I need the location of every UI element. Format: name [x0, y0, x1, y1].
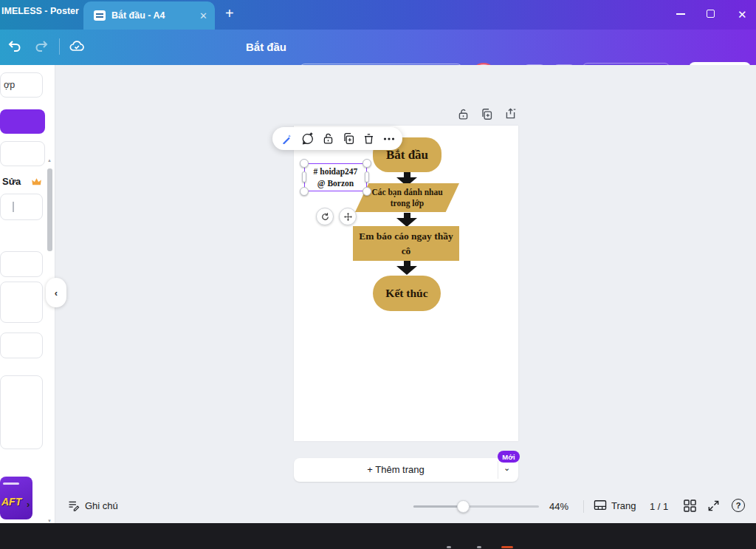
workspace: Bắt đầu Các bạn đánh nhau trong lớp Em b…	[55, 65, 756, 523]
windows-taskbar: Search	[0, 523, 756, 549]
zoom-slider-knob[interactable]	[457, 500, 470, 513]
panel-card[interactable]	[0, 251, 43, 277]
panel-card[interactable]	[0, 375, 43, 449]
header-start-link[interactable]: Bắt đầu	[246, 41, 286, 53]
zoom-value: 44%	[549, 501, 568, 512]
window-close-button[interactable]: ✕	[738, 8, 747, 21]
help-button[interactable]: ?	[732, 499, 745, 512]
tab-active-title: Bắt đầu - A4	[111, 10, 165, 21]
selection-handle-nw[interactable]	[300, 159, 309, 168]
panel-card[interactable]	[0, 282, 43, 323]
active-indicator	[501, 546, 513, 548]
undo-icon[interactable]	[6, 37, 24, 55]
duplicate-icon[interactable]	[343, 132, 355, 145]
panel-card[interactable]	[0, 141, 45, 166]
running-indicator	[447, 546, 451, 548]
pages-view-button[interactable]: Trang	[594, 499, 636, 511]
grid-view-icon[interactable]	[684, 499, 696, 512]
screen: IMELESS - Poster ✕ Bắt đầu - A4 ✕ + ✕ Bắ…	[0, 0, 756, 549]
selected-textbox[interactable]: # hoidap247 @ Borzon	[304, 163, 367, 191]
node-label: Các bạn đánh nhau trong lớp	[366, 187, 449, 209]
delete-icon[interactable]	[362, 132, 375, 145]
crown-icon	[31, 177, 42, 186]
window-restore-button[interactable]	[707, 10, 715, 18]
tab-active[interactable]: Bắt đầu - A4 ✕	[83, 1, 215, 30]
fullscreen-icon[interactable]	[707, 499, 720, 512]
flowchart-arrow-icon[interactable]	[396, 213, 417, 227]
thumbnail-text: AFT	[1, 496, 21, 508]
template-thumbnail[interactable]: AFT	[0, 477, 32, 519]
page-indicator: 1 / 1	[650, 501, 668, 512]
page-view-label: Trang	[611, 500, 636, 511]
rotate-icon	[320, 212, 330, 222]
notes-icon	[67, 499, 80, 512]
tab-inactive-title: IMELESS - Poster	[1, 6, 79, 16]
panel-search-input[interactable]	[0, 194, 43, 220]
panel-primary-button[interactable]	[0, 109, 45, 134]
divider	[583, 500, 584, 513]
node-label: Kết thúc	[385, 287, 427, 300]
panel-input-cut[interactable]: ợp	[0, 72, 43, 98]
selection-handle-e[interactable]	[365, 171, 369, 183]
canva-header: Bắt đầu Dùng thử bản Pro trong 30 ngày +…	[0, 30, 756, 65]
zoom-slider[interactable]	[413, 505, 539, 508]
browser-tab-bar: IMELESS - Poster ✕ Bắt đầu - A4 ✕ + ✕	[0, 0, 756, 30]
new-badge: Mới	[498, 451, 520, 463]
magic-edit-icon[interactable]	[280, 132, 293, 146]
panel-input-text: ợp	[1, 80, 15, 90]
flowchart-node-process[interactable]: Em báo cáo ngay thầy cô	[353, 226, 459, 261]
rotate-handle[interactable]	[316, 208, 334, 225]
selection-handle-sw[interactable]	[300, 187, 309, 196]
redo-icon[interactable]	[32, 37, 50, 55]
page-add-icon[interactable]	[504, 108, 517, 120]
selection-handle-w[interactable]	[302, 171, 306, 183]
running-indicator	[477, 546, 481, 548]
thumbnail-next-chevron-icon[interactable]: ›	[27, 499, 30, 510]
flowchart-node-io[interactable]: Các bạn đánh nhau trong lớp	[355, 183, 459, 212]
more-options-icon[interactable]	[383, 133, 395, 145]
flowchart-node-terminator[interactable]: Kết thúc	[373, 276, 441, 311]
add-page-button[interactable]: + Thêm trang ⌄ Mới	[294, 458, 518, 482]
tab-favicon-printer-icon	[94, 10, 106, 21]
new-tab-button[interactable]: +	[225, 5, 234, 22]
page-lock-icon[interactable]	[457, 108, 470, 120]
cloud-saved-icon	[68, 38, 86, 55]
add-page-chevron-icon[interactable]: ⌄	[504, 463, 510, 473]
sidebar-collapse-button[interactable]: ‹	[46, 278, 66, 307]
lock-icon[interactable]	[322, 132, 334, 145]
sidebar-scrollbar[interactable]: ▲ ▼	[47, 163, 52, 525]
edit-label: Sửa	[2, 176, 21, 187]
notes-label: Ghi chú	[85, 500, 118, 511]
add-page-label: + Thêm trang	[294, 464, 498, 475]
selection-toolbar	[272, 127, 402, 150]
notes-button[interactable]: Ghi chú	[67, 499, 118, 512]
textbox-line2: @ Borzon	[317, 177, 354, 189]
page-view-icon	[594, 499, 607, 511]
selection-handle-ne[interactable]	[362, 159, 371, 168]
flowchart-arrow-icon[interactable]	[396, 261, 417, 275]
selection-handle-se[interactable]	[362, 187, 371, 196]
window-minimize-button[interactable]	[676, 13, 685, 15]
page-duplicate-icon[interactable]	[481, 108, 493, 120]
textbox-line1: # hoidap247	[314, 166, 358, 177]
comment-add-icon[interactable]	[301, 132, 315, 146]
divider	[59, 38, 60, 55]
panel-edit-row: Sửa	[2, 176, 42, 187]
tab-close-icon[interactable]: ✕	[199, 11, 207, 21]
move-handle[interactable]	[339, 208, 357, 225]
move-icon	[343, 212, 353, 222]
panel-card[interactable]	[0, 333, 43, 358]
node-label: Em báo cáo ngay thầy cô	[355, 229, 457, 259]
